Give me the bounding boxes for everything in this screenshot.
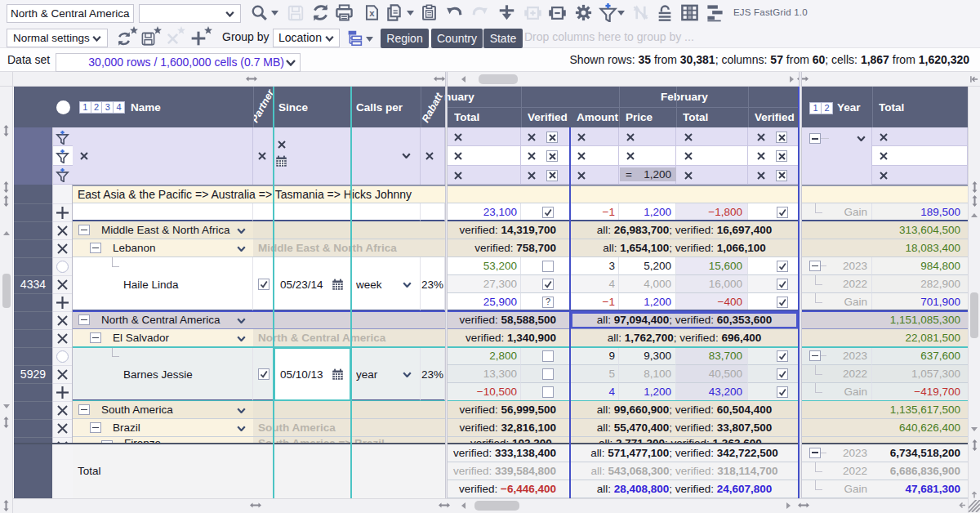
svg-text:x: x	[369, 8, 375, 18]
